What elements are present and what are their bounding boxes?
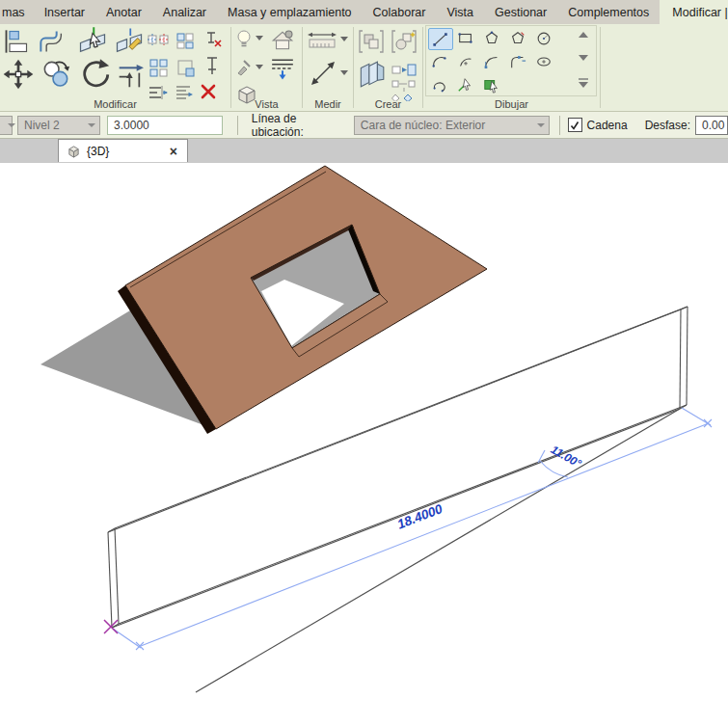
model-in-place-icon[interactable] bbox=[357, 59, 386, 90]
chain-label[interactable]: Cadena bbox=[587, 119, 628, 132]
chevron-down-icon[interactable] bbox=[256, 65, 263, 70]
draw-rectangle-icon[interactable] bbox=[454, 28, 477, 48]
location-line-combo[interactable]: Cara de núcleo: Exterior bbox=[354, 116, 550, 135]
draw-circle-icon[interactable] bbox=[532, 28, 555, 48]
draw-arc-center-icon[interactable] bbox=[454, 51, 477, 71]
chain-checkbox[interactable] bbox=[568, 118, 582, 132]
lightbulb-icon[interactable] bbox=[235, 29, 253, 50]
render-house-icon[interactable] bbox=[270, 28, 295, 53]
divider bbox=[237, 116, 238, 135]
dim-extension-left bbox=[113, 629, 141, 648]
checkmark-icon bbox=[570, 121, 580, 130]
align-icon[interactable] bbox=[2, 28, 31, 55]
scale-icon[interactable] bbox=[176, 59, 196, 78]
draw-polygon-circumscribed-icon[interactable] bbox=[506, 28, 529, 48]
measure-aligned-icon[interactable] bbox=[307, 30, 337, 51]
copy-icon[interactable] bbox=[40, 59, 73, 90]
offset-icon[interactable] bbox=[37, 28, 67, 55]
wall-right-back-edge[interactable] bbox=[687, 307, 688, 405]
panel-label-medir[interactable]: Medir bbox=[303, 98, 353, 110]
angle-arc bbox=[540, 461, 568, 477]
wall-left-front-edge[interactable] bbox=[108, 532, 112, 628]
trim-extend-icon[interactable] bbox=[116, 59, 148, 90]
tab-gestionar[interactable]: Gestionar bbox=[484, 0, 557, 24]
tab-modificar-colocar-muro[interactable]: Modificar | Colocar M bbox=[660, 0, 728, 24]
gallery-scroll-up-icon[interactable] bbox=[577, 29, 590, 40]
pick-face-icon[interactable] bbox=[480, 74, 503, 94]
model-view-3d: 18.4000 11.00° bbox=[0, 163, 728, 726]
temporary-dimension[interactable] bbox=[113, 408, 712, 650]
chevron-down-icon[interactable] bbox=[256, 36, 263, 41]
home-3d-icon bbox=[67, 145, 81, 158]
chevron-down-icon bbox=[88, 123, 95, 127]
panel-separator bbox=[302, 27, 303, 108]
unpin-icon[interactable] bbox=[202, 30, 224, 49]
draw-ellipse-icon[interactable] bbox=[532, 51, 555, 71]
length-dimension-text[interactable]: 18.4000 bbox=[395, 501, 445, 532]
tab-insertar[interactable]: Insertar bbox=[34, 0, 95, 24]
draw-arc-fillet-icon[interactable] bbox=[506, 51, 529, 71]
tab-sistemas-partial[interactable]: mas bbox=[0, 0, 34, 24]
draw-polygon-inscribed-icon[interactable] bbox=[480, 28, 503, 48]
wall-type-combo-partial[interactable] bbox=[0, 116, 13, 135]
cut-geometry-icon[interactable] bbox=[175, 32, 195, 49]
tab-vista[interactable]: Vista bbox=[436, 0, 484, 24]
height-value: 3.0000 bbox=[114, 119, 149, 132]
revit-window: { "menu": { "items": ["mas", "Insertar",… bbox=[0, 0, 728, 726]
panel-separator bbox=[353, 27, 354, 108]
chevron-down-icon[interactable] bbox=[340, 37, 348, 42]
draw-arc-tangent-icon[interactable] bbox=[480, 51, 503, 71]
location-line-label: Línea de ubicación: bbox=[252, 112, 348, 139]
rotate-icon[interactable] bbox=[79, 57, 112, 90]
view-tab-3d[interactable]: {3D} × bbox=[58, 139, 188, 162]
tab-anotar[interactable]: Anotar bbox=[95, 0, 152, 24]
create-group-icon[interactable] bbox=[357, 28, 386, 55]
load-family-icon[interactable] bbox=[391, 63, 417, 78]
dim-extension-right bbox=[682, 408, 711, 425]
offset-input[interactable]: 0.00 bbox=[695, 116, 728, 135]
draw-partial-ellipse-icon[interactable] bbox=[428, 74, 451, 94]
wall-bottom-back-edge[interactable] bbox=[119, 405, 687, 624]
gallery-scroll-down-icon[interactable] bbox=[577, 52, 590, 64]
wall-left-back-edge[interactable] bbox=[115, 528, 119, 624]
split-element-icon[interactable] bbox=[77, 26, 108, 55]
tab-complementos[interactable]: Complementos bbox=[557, 0, 660, 24]
measure-between-icon[interactable] bbox=[309, 59, 337, 88]
offset-value: 0.00 bbox=[702, 119, 724, 132]
view-tab-label: {3D} bbox=[87, 145, 168, 158]
split-with-gap-icon[interactable] bbox=[114, 26, 145, 55]
cope-icon[interactable] bbox=[148, 32, 169, 49]
offset-label: Desfase: bbox=[645, 119, 690, 132]
drawing-canvas[interactable]: 18.4000 11.00° bbox=[0, 163, 728, 726]
create-similar-icon[interactable] bbox=[390, 28, 418, 55]
panel-separator bbox=[422, 27, 423, 108]
ribbon: Modificar Vista Medir Crear Dibujar bbox=[0, 24, 728, 112]
hidden-lines-icon[interactable] bbox=[270, 57, 295, 80]
panel-label-dibujar[interactable]: Dibujar bbox=[423, 98, 600, 110]
brush-icon[interactable] bbox=[235, 59, 253, 76]
wall-right-front-edge[interactable] bbox=[680, 309, 681, 409]
chevron-down-icon bbox=[8, 123, 15, 127]
draw-arc-start-end-icon[interactable] bbox=[428, 51, 451, 71]
dim-line bbox=[141, 423, 709, 646]
panel-label-crear[interactable]: Crear bbox=[354, 98, 422, 110]
gallery-expand-icon[interactable] bbox=[577, 76, 590, 90]
close-icon[interactable]: × bbox=[168, 144, 179, 159]
chevron-down-icon[interactable] bbox=[340, 70, 348, 76]
ribbon-tab-bar: mas Insertar Anotar Analizar Masa y empl… bbox=[0, 0, 728, 24]
pick-lines-icon[interactable] bbox=[454, 74, 477, 94]
panel-label-modificar[interactable]: Modificar bbox=[0, 98, 230, 110]
height-input[interactable]: 3.0000 bbox=[107, 116, 223, 135]
level-combo-value: Nivel 2 bbox=[24, 119, 84, 132]
divider bbox=[559, 116, 560, 135]
panel-label-vista[interactable]: Vista bbox=[231, 98, 302, 110]
tab-analizar[interactable]: Analizar bbox=[152, 0, 217, 24]
draw-line-icon[interactable] bbox=[428, 28, 453, 50]
pin-icon[interactable] bbox=[202, 55, 222, 76]
wall-right-top-edge[interactable] bbox=[681, 307, 688, 309]
array-icon[interactable] bbox=[149, 59, 169, 78]
tab-colaborar[interactable]: Colaborar bbox=[363, 0, 437, 24]
tab-masa-emplazamiento[interactable]: Masa y emplazamiento bbox=[217, 0, 363, 24]
level-combo[interactable]: Nivel 2 bbox=[17, 116, 100, 135]
move-icon[interactable] bbox=[2, 59, 35, 90]
